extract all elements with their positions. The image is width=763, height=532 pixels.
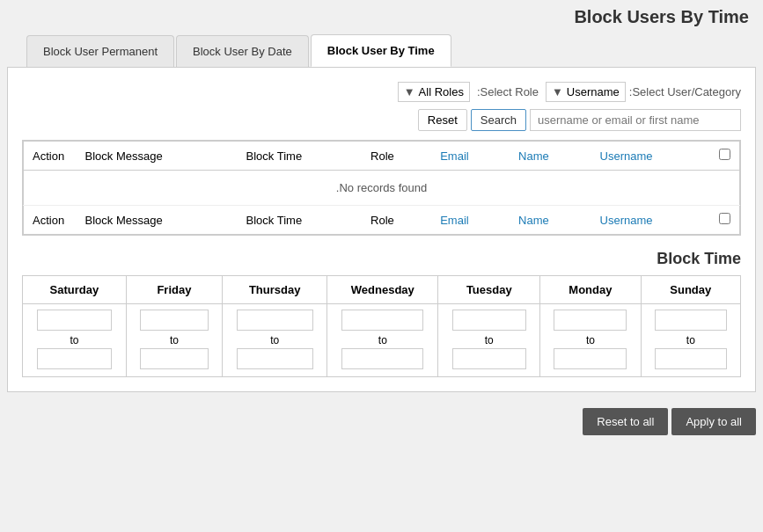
- tabs-bar: Block User Permanent Block User By Date …: [0, 34, 763, 67]
- wednesday-time-cell: to: [327, 304, 438, 377]
- monday-to-label: to: [586, 334, 595, 346]
- col-action: Action: [24, 142, 77, 171]
- saturday-start-input[interactable]: [37, 310, 113, 331]
- monday-start-input[interactable]: [554, 310, 627, 331]
- col-username: Username: [591, 142, 710, 171]
- monday-time-cell: to: [540, 304, 641, 377]
- saturday-to-label: to: [70, 334, 78, 346]
- time-inputs-row: to to to: [23, 304, 741, 377]
- day-thursday: Thursday: [223, 276, 327, 304]
- footer-col-email: Email: [431, 206, 510, 235]
- col-block-time: Block Time: [238, 142, 362, 171]
- no-records-row: .No records found: [24, 171, 740, 206]
- select-all-checkbox[interactable]: [719, 149, 730, 160]
- day-wednesday: Wednesday: [327, 276, 438, 304]
- sunday-start-input[interactable]: [655, 310, 727, 331]
- reset-to-all-button[interactable]: Reset to all: [583, 408, 668, 435]
- data-table-wrapper: Action Block Message Block Time Role Ema…: [22, 140, 741, 236]
- select-role-label: :Select Role: [473, 85, 542, 98]
- thursday-time-cell: to: [223, 304, 327, 377]
- saturday-time-cell: to: [23, 304, 127, 377]
- data-table: Action Block Message Block Time Role Ema…: [23, 141, 740, 235]
- user-select-wrap[interactable]: ▼ Username: [546, 82, 626, 102]
- wednesday-end-input[interactable]: [341, 348, 423, 369]
- monday-end-input[interactable]: [554, 348, 627, 369]
- search-button[interactable]: Search: [471, 109, 526, 131]
- thursday-end-input[interactable]: [237, 348, 313, 369]
- user-dropdown-arrow: ▼: [552, 85, 563, 98]
- tuesday-start-input[interactable]: [452, 310, 526, 331]
- col-role: Role: [362, 142, 431, 171]
- col-checkbox[interactable]: [710, 142, 740, 171]
- time-table: Saturday Friday Thursday Wednesday Tuesd…: [22, 275, 741, 377]
- tuesday-time-cell: to: [438, 304, 540, 377]
- wednesday-to-label: to: [378, 334, 387, 346]
- search-input[interactable]: [530, 109, 741, 131]
- day-tuesday: Tuesday: [438, 276, 540, 304]
- block-time-title: Block Time: [22, 246, 741, 275]
- tab-by-time[interactable]: Block User By Time: [311, 34, 451, 67]
- col-block-message: Block Message: [77, 142, 238, 171]
- role-dropdown-arrow: ▼: [404, 85, 415, 98]
- table-footer-row: Action Block Message Block Time Role Ema…: [24, 206, 740, 235]
- main-content: ▼ All Roles :Select Role ▼ Username :Sel…: [7, 67, 756, 392]
- day-monday: Monday: [540, 276, 641, 304]
- footer-col-block-time: Block Time: [238, 206, 362, 235]
- sunday-to-label: to: [686, 334, 695, 346]
- footer-col-action: Action: [24, 206, 77, 235]
- sunday-end-input[interactable]: [655, 348, 727, 369]
- day-saturday: Saturday: [23, 276, 127, 304]
- time-table-header: Saturday Friday Thursday Wednesday Tuesd…: [23, 276, 741, 304]
- footer-col-block-message: Block Message: [77, 206, 238, 235]
- apply-to-all-button[interactable]: Apply to all: [671, 408, 756, 435]
- sunday-time-cell: to: [641, 304, 740, 377]
- friday-start-input[interactable]: [140, 310, 209, 331]
- filter-row: ▼ All Roles :Select Role ▼ Username :Sel…: [22, 82, 741, 102]
- col-name: Name: [510, 142, 591, 171]
- search-row: Reset Search: [22, 109, 741, 131]
- tab-permanent[interactable]: Block User Permanent: [26, 35, 174, 67]
- footer-buttons: Reset to all Apply to all: [0, 399, 763, 442]
- friday-to-label: to: [170, 334, 179, 346]
- day-friday: Friday: [126, 276, 222, 304]
- select-user-label: :Select User/Category: [629, 85, 741, 98]
- role-label: All Roles: [419, 85, 464, 98]
- friday-end-input[interactable]: [140, 348, 209, 369]
- role-select-wrap[interactable]: ▼ All Roles: [398, 82, 470, 102]
- footer-col-role: Role: [362, 206, 431, 235]
- reset-button[interactable]: Reset: [418, 109, 467, 131]
- user-label: Username: [567, 85, 620, 98]
- saturday-end-input[interactable]: [37, 348, 113, 369]
- footer-select-all-checkbox[interactable]: [719, 213, 730, 224]
- table-header-row: Action Block Message Block Time Role Ema…: [24, 142, 740, 171]
- no-records-text: .No records found: [24, 171, 740, 206]
- wednesday-start-input[interactable]: [341, 310, 423, 331]
- col-email: Email: [431, 142, 510, 171]
- footer-col-checkbox[interactable]: [710, 206, 740, 235]
- day-sunday: Sunday: [641, 276, 740, 304]
- thursday-to-label: to: [270, 334, 279, 346]
- page-title: Block Users By Time: [0, 0, 763, 34]
- thursday-start-input[interactable]: [237, 310, 313, 331]
- footer-col-name: Name: [510, 206, 591, 235]
- block-time-section: Block Time Saturday Friday Thursday Wedn…: [22, 246, 741, 377]
- tab-by-date[interactable]: Block User By Date: [176, 35, 309, 67]
- tuesday-to-label: to: [485, 334, 494, 346]
- friday-time-cell: to: [126, 304, 222, 377]
- footer-col-username: Username: [591, 206, 710, 235]
- tuesday-end-input[interactable]: [452, 348, 526, 369]
